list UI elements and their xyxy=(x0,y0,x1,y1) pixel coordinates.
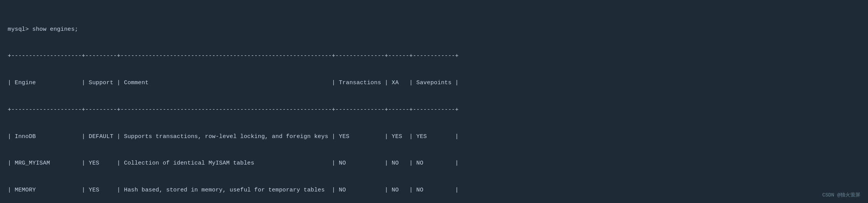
table-row: | MRG_MYISAM | YES | Collection of ident… xyxy=(8,159,860,168)
separator-top: +--------------------+---------+--------… xyxy=(8,52,860,60)
watermark: CSDN @独火萤屏 xyxy=(822,191,860,198)
prompt-line: mysql> show engines; xyxy=(8,25,860,34)
table-row: | MEMORY | YES | Hash based, stored in m… xyxy=(8,186,860,195)
header-line: | Engine | Support | Comment | Transacti… xyxy=(8,78,860,87)
table-row: | InnoDB | DEFAULT | Supports transactio… xyxy=(8,132,860,141)
separator-mid: +--------------------+---------+--------… xyxy=(8,105,860,114)
